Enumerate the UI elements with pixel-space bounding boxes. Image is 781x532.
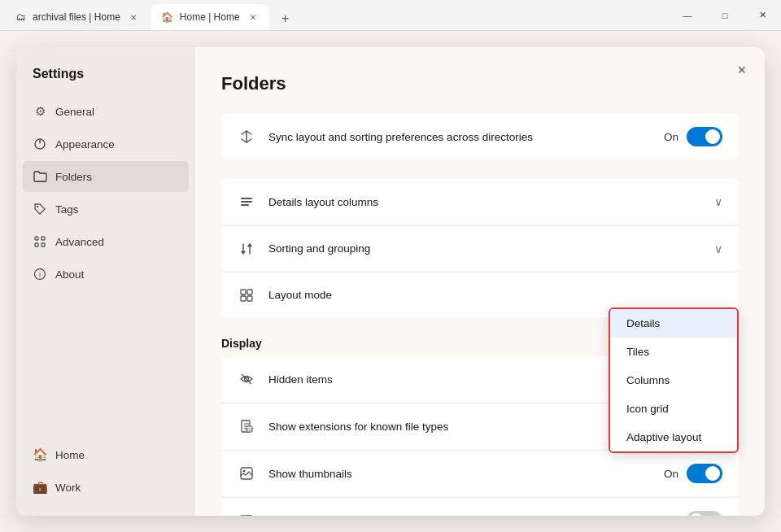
sync-on-label: On xyxy=(664,131,678,143)
close-button[interactable]: ✕ xyxy=(744,0,781,31)
thumbnails-on-label: On xyxy=(664,468,678,480)
sidebar-item-work[interactable]: 💼 Work xyxy=(23,472,189,503)
sidebar: Settings ⚙ General Appearance xyxy=(16,47,195,516)
layout-section: Details layout columns ∨ Sorting and gro… xyxy=(221,179,739,317)
hidden-items-icon xyxy=(238,370,255,388)
advanced-icon xyxy=(33,234,47,249)
svg-rect-13 xyxy=(247,290,252,294)
main-content: Folders Sync layout and sorting preferen… xyxy=(195,47,765,516)
svg-rect-5 xyxy=(41,243,45,246)
sorting-chevron-icon: ∨ xyxy=(714,242,722,255)
sorting-chevron: ∨ xyxy=(714,242,722,255)
tab-close-home[interactable]: ✕ xyxy=(247,11,260,24)
something-toggle[interactable] xyxy=(687,511,722,516)
sidebar-item-tags-label: Tags xyxy=(55,203,79,216)
thumbnails-icon xyxy=(238,464,255,482)
sidebar-item-advanced-label: Advanced xyxy=(55,236,104,248)
layout-mode-label: Layout mode xyxy=(268,289,709,301)
extensions-icon: EXT xyxy=(238,417,255,435)
svg-rect-15 xyxy=(247,296,252,301)
sidebar-item-advanced[interactable]: Advanced xyxy=(23,226,189,257)
sidebar-item-appearance-label: Appearance xyxy=(55,138,115,150)
sidebar-item-general[interactable]: ⚙ General xyxy=(23,96,189,127)
svg-rect-3 xyxy=(41,237,45,240)
sidebar-item-folders-label: Folders xyxy=(55,171,92,183)
svg-rect-10 xyxy=(241,201,252,203)
sync-icon xyxy=(238,128,255,146)
tab-home[interactable]: 🏠 Home | Home ✕ xyxy=(151,4,269,30)
svg-rect-2 xyxy=(35,237,38,240)
appearance-icon xyxy=(33,137,47,151)
show-thumbnails-row[interactable]: Show thumbnails On xyxy=(221,450,739,496)
sidebar-item-general-label: General xyxy=(55,106,94,118)
sorting-grouping-row[interactable]: Sorting and grouping ∨ xyxy=(221,225,739,271)
general-icon: ⚙ xyxy=(33,104,47,119)
sidebar-item-home-label: Home xyxy=(55,449,85,461)
tab-icon: 🗂 xyxy=(16,11,26,23)
sync-layout-label: Sync layout and sorting preferences acro… xyxy=(268,131,651,143)
settings-close-button[interactable]: ✕ xyxy=(729,57,755,83)
sidebar-item-about[interactable]: i About xyxy=(23,259,189,290)
maximize-button[interactable]: □ xyxy=(706,0,744,31)
sidebar-item-work-label: Work xyxy=(55,482,81,494)
browser-chrome: 🗂 archival files | Home ✕ 🏠 Home | Home … xyxy=(0,0,781,31)
sync-section: Sync layout and sorting preferences acro… xyxy=(221,114,739,159)
folders-icon xyxy=(33,169,47,184)
window-controls: — □ ✕ xyxy=(669,0,781,31)
svg-text:i: i xyxy=(39,271,41,279)
tab-label: archival files | Home xyxy=(33,11,120,23)
something-icon xyxy=(238,512,255,516)
sidebar-item-tags[interactable]: Tags xyxy=(23,194,189,225)
new-tab-button[interactable]: + xyxy=(274,7,297,30)
thumbnails-toggle[interactable] xyxy=(687,464,722,483)
sorting-icon xyxy=(238,240,255,258)
tab-close-archival[interactable]: ✕ xyxy=(127,11,140,24)
svg-text:EXT: EXT xyxy=(247,427,254,432)
details-layout-label: Details layout columns xyxy=(268,196,701,208)
svg-rect-11 xyxy=(241,204,249,206)
app-container: ✕ Settings ⚙ General Appearance xyxy=(0,31,781,532)
layout-mode-icon xyxy=(238,286,255,304)
settings-panel: ✕ Settings ⚙ General Appearance xyxy=(16,47,765,516)
work-icon: 💼 xyxy=(33,480,47,495)
svg-point-1 xyxy=(37,206,38,207)
dropdown-item-icon-grid[interactable]: Icon grid xyxy=(610,395,737,423)
something-off-label: Off xyxy=(664,515,678,517)
show-something-label: Show something else... xyxy=(268,515,651,517)
home-icon: 🏠 xyxy=(33,447,47,462)
details-chevron-icon: ∨ xyxy=(714,195,722,208)
tags-icon xyxy=(33,202,47,216)
settings-title: Settings xyxy=(23,60,189,94)
tab-archival-files[interactable]: 🗂 archival files | Home ✕ xyxy=(7,4,150,30)
tab-home-label: Home | Home xyxy=(180,11,240,23)
svg-rect-14 xyxy=(241,296,246,301)
something-toggle-container: Off xyxy=(664,511,722,516)
sync-toggle-container: On xyxy=(664,127,722,146)
svg-rect-9 xyxy=(241,198,252,199)
sync-toggle[interactable] xyxy=(687,127,722,146)
show-extensions-label: Show extensions for known file types xyxy=(268,421,651,433)
svg-rect-12 xyxy=(241,290,246,294)
show-something-row[interactable]: Show something else... Off xyxy=(221,497,739,516)
sync-layout-row[interactable]: Sync layout and sorting preferences acro… xyxy=(221,114,739,159)
sidebar-item-folders[interactable]: Folders xyxy=(23,161,189,192)
minimize-button[interactable]: — xyxy=(669,0,706,31)
sidebar-bottom: 🏠 Home 💼 Work xyxy=(23,439,189,503)
sidebar-item-appearance[interactable]: Appearance xyxy=(23,129,189,159)
svg-line-17 xyxy=(242,374,251,384)
sidebar-item-about-label: About xyxy=(55,268,84,281)
details-layout-icon xyxy=(238,193,255,211)
page-title: Folders xyxy=(221,73,739,94)
details-layout-row[interactable]: Details layout columns ∨ xyxy=(221,179,739,225)
details-chevron: ∨ xyxy=(714,195,722,208)
dropdown-item-tiles[interactable]: Tiles xyxy=(610,338,737,366)
show-thumbnails-label: Show thumbnails xyxy=(268,468,651,480)
dropdown-item-details[interactable]: Details xyxy=(610,309,737,338)
layout-mode-dropdown: Details Tiles Columns Icon grid Adaptive… xyxy=(609,307,739,453)
thumbnails-toggle-container: On xyxy=(664,464,722,483)
svg-rect-4 xyxy=(35,243,38,246)
sidebar-item-home[interactable]: 🏠 Home xyxy=(23,439,189,470)
dropdown-item-columns[interactable]: Columns xyxy=(610,366,737,395)
sorting-grouping-label: Sorting and grouping xyxy=(268,242,701,255)
dropdown-item-adaptive-layout[interactable]: Adaptive layout xyxy=(610,423,737,451)
